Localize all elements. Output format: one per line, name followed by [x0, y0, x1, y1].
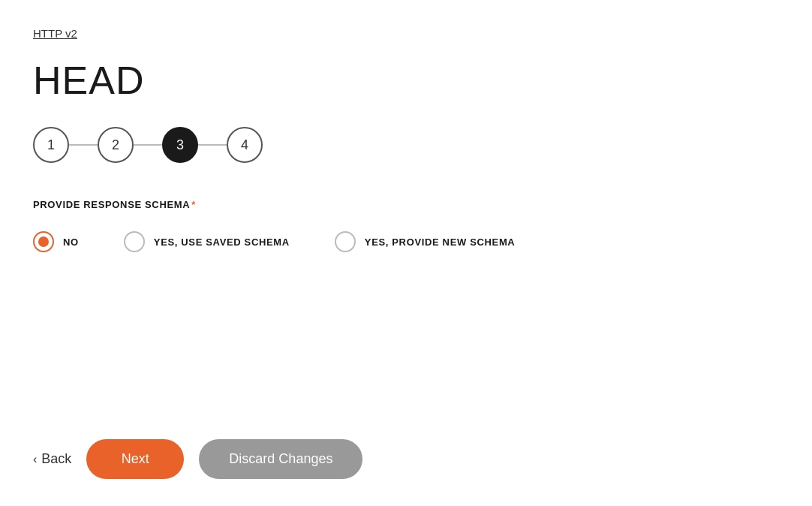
radio-option-yes-saved[interactable]: YES, USE SAVED SCHEMA — [124, 231, 290, 252]
step-connector-1 — [69, 144, 98, 146]
step-4[interactable]: 4 — [227, 127, 263, 163]
back-button-label: Back — [41, 451, 71, 467]
step-3[interactable]: 3 — [162, 127, 198, 163]
breadcrumb-link[interactable]: HTTP v2 — [33, 27, 779, 40]
step-connector-2 — [134, 144, 162, 146]
step-2-label: 2 — [112, 137, 119, 153]
chevron-left-icon: ‹ — [33, 453, 37, 466]
radio-label-yes-new: YES, PROVIDE NEW SCHEMA — [365, 236, 516, 248]
step-1-label: 1 — [47, 137, 55, 153]
stepper: 1 2 3 4 — [33, 127, 779, 163]
radio-button-yes-saved[interactable] — [124, 231, 145, 252]
radio-label-no: NO — [63, 236, 79, 248]
radio-option-yes-new[interactable]: YES, PROVIDE NEW SCHEMA — [335, 231, 516, 252]
required-star: * — [191, 199, 196, 210]
step-2[interactable]: 2 — [98, 127, 134, 163]
radio-button-no[interactable] — [33, 231, 54, 252]
back-button[interactable]: ‹ Back — [33, 451, 71, 467]
next-button[interactable]: Next — [86, 439, 184, 479]
radio-inner-no — [38, 236, 49, 247]
radio-button-yes-new[interactable] — [335, 231, 356, 252]
step-1[interactable]: 1 — [33, 127, 69, 163]
radio-group: NO YES, USE SAVED SCHEMA YES, PROVIDE NE… — [33, 231, 779, 252]
page-container: HTTP v2 HEAD 1 2 3 4 PROVIDE RESPONSE SC… — [0, 0, 812, 506]
discard-changes-button[interactable]: Discard Changes — [199, 439, 362, 479]
step-connector-3 — [198, 144, 227, 146]
page-title: HEAD — [33, 58, 779, 103]
radio-label-yes-saved: YES, USE SAVED SCHEMA — [154, 236, 290, 248]
bottom-actions: ‹ Back Next Discard Changes — [33, 439, 779, 479]
step-4-label: 4 — [241, 137, 248, 153]
radio-option-no[interactable]: NO — [33, 231, 79, 252]
step-3-label: 3 — [176, 137, 184, 153]
section-label: PROVIDE RESPONSE SCHEMA* — [33, 199, 779, 210]
